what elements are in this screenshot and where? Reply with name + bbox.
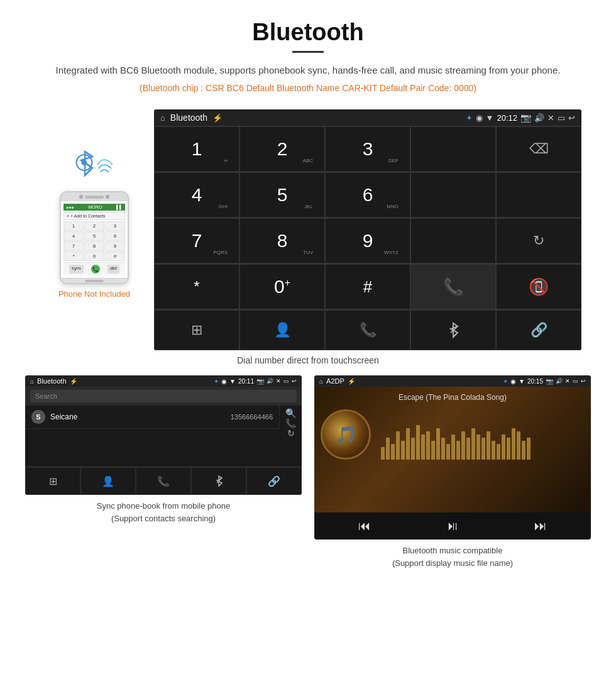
dial-grid-row2: 4 GHI 5 JKL 6 MNO	[154, 172, 581, 218]
dial-key-8[interactable]: 8 TUV	[239, 218, 325, 263]
pb-bottom-link[interactable]: 🔗	[246, 467, 302, 495]
contact-initial: S	[31, 410, 45, 424]
music-status-right: ✦ ◉ ▼ 20:15 📷 🔊 ✕ ▭ ↩	[503, 378, 586, 385]
refresh-side-icon[interactable]: ↻	[287, 428, 295, 438]
pb-bt-icon	[214, 475, 224, 487]
waveform-bar	[497, 444, 500, 460]
phonebook-bt-icon: ✦	[214, 378, 219, 385]
phonebook-back-icon[interactable]: ↩	[292, 378, 297, 384]
phonebook-caption: Sync phone-book from mobile phone (Suppo…	[97, 500, 230, 524]
music-vol-icon[interactable]: 🔊	[556, 378, 563, 384]
dial-key-4[interactable]: 4 GHI	[154, 172, 239, 218]
phone-del-btn[interactable]: del	[107, 265, 119, 274]
music-window-icon[interactable]: ▭	[573, 378, 578, 384]
phone-key-0[interactable]: 0	[84, 252, 104, 261]
dial-grid-row1: 1 ∞ 2 ABC 3 DEF ⌫	[154, 126, 581, 172]
phone-key-3[interactable]: 3	[105, 221, 125, 231]
phonebook-camera-icon[interactable]: 📷	[256, 378, 264, 385]
phonebook-spacer	[25, 429, 302, 467]
pb-bottom-contacts[interactable]: 👤	[80, 467, 136, 495]
phonebook-time: 20:11	[238, 378, 254, 385]
phone-not-included-label: Phone Not Included	[58, 289, 130, 299]
phone-key-5[interactable]: 5	[84, 231, 104, 241]
dial-bottom-keypad-icon[interactable]: ⊞	[154, 310, 239, 350]
waveform-bar	[517, 431, 520, 460]
bt-logo-icon	[72, 148, 97, 179]
window-status-icon[interactable]: ▭	[558, 113, 565, 123]
phone-key-7[interactable]: 7	[63, 241, 84, 251]
phone-key-star[interactable]: *	[63, 252, 84, 261]
dial-key-1[interactable]: 1 ∞	[154, 126, 239, 172]
dial-key-6[interactable]: 6 MNO	[325, 172, 410, 218]
phone-key-1[interactable]: 1	[63, 221, 84, 231]
back-status-icon[interactable]: ↩	[568, 113, 575, 123]
dial-bottom-contacts-icon[interactable]: 👤	[239, 310, 325, 350]
phone-call-button[interactable]: 📞	[91, 265, 100, 274]
pb-bottom-phone[interactable]: 📞	[136, 467, 191, 495]
gps-status-icon: ◉	[476, 113, 483, 123]
dial-key-2[interactable]: 2 ABC	[239, 126, 325, 172]
phonebook-search-input[interactable]: Search	[30, 390, 297, 402]
dial-key-star[interactable]: *	[154, 264, 239, 309]
pb-bottom-bt[interactable]	[191, 467, 246, 495]
phone-key-6[interactable]: 6	[105, 231, 125, 241]
dial-empty-3	[496, 172, 581, 218]
waveform-bar	[446, 444, 450, 460]
waveform-bar	[436, 428, 440, 460]
phone-mock: ●●● MORO ▌▌ + + Add to Contacts 1 2 3 4 …	[60, 191, 129, 284]
music-close-icon[interactable]: ✕	[565, 378, 570, 384]
music-screen: ⌂ A2DP ⚡ ✦ ◉ ▼ 20:15 📷 🔊 ✕ ▭ ↩	[314, 375, 591, 539]
call-side-icon[interactable]: 📞	[285, 418, 296, 428]
music-back-icon[interactable]: ↩	[581, 378, 586, 384]
dial-bottom-bt-icon[interactable]	[410, 310, 496, 350]
music-camera-icon[interactable]: 📷	[546, 378, 553, 385]
phone-bottom-bar: sym 📞 del	[63, 262, 125, 275]
waveform-bar	[456, 441, 460, 460]
dial-bottom-link-icon[interactable]: 🔗	[496, 310, 581, 350]
phone-key-hash[interactable]: #	[105, 252, 125, 261]
music-wrap: ⌂ A2DP ⚡ ✦ ◉ ▼ 20:15 📷 🔊 ✕ ▭ ↩	[314, 375, 591, 569]
phone-sym-btn[interactable]: sym	[69, 265, 84, 274]
phonebook-search-area: Search	[25, 387, 302, 406]
dial-key-hash[interactable]: #	[325, 264, 410, 309]
home-icon[interactable]: ⌂	[160, 113, 165, 123]
phonebook-vol-icon[interactable]: 🔊	[267, 378, 273, 384]
dial-key-5[interactable]: 5 JKL	[239, 172, 325, 218]
dial-delete-key[interactable]: ⌫	[496, 126, 581, 172]
wifi-status-icon: ▼	[486, 113, 494, 123]
camera-status-icon[interactable]: 📷	[520, 113, 531, 123]
music-play-pause-button[interactable]: ⏯	[446, 519, 459, 533]
dial-key-7[interactable]: 7 PQRS	[154, 218, 239, 263]
dial-screen-title: Bluetooth	[170, 113, 207, 123]
music-bt-status-icon: ✦	[503, 378, 508, 385]
waveform-bar	[416, 425, 420, 460]
dial-time: 20:12	[497, 113, 517, 123]
dial-bottom-phone-icon[interactable]: 📞	[325, 310, 410, 350]
dial-key-zero[interactable]: 0+	[239, 264, 325, 309]
phonebook-window-icon[interactable]: ▭	[283, 378, 289, 384]
music-next-button[interactable]: ⏭	[534, 519, 547, 533]
phone-key-8[interactable]: 8	[84, 241, 104, 251]
music-home-icon[interactable]: ⌂	[319, 378, 323, 385]
pb-bottom-keypad[interactable]: ⊞	[25, 467, 80, 495]
dial-refresh-key[interactable]: ↻	[496, 218, 581, 263]
music-prev-button[interactable]: ⏮	[358, 519, 371, 533]
dial-call-button[interactable]: 📞	[410, 264, 496, 309]
phone-key-2[interactable]: 2	[84, 221, 104, 231]
phonebook-close-icon[interactable]: ✕	[276, 378, 281, 384]
search-side-icon[interactable]: 🔍	[285, 408, 296, 418]
contact-row[interactable]: S Seicane 13566664466	[25, 406, 279, 429]
dial-key-3[interactable]: 3 DEF	[325, 126, 410, 172]
waveform-bar	[401, 441, 405, 460]
phonebook-home-icon[interactable]: ⌂	[30, 378, 34, 385]
dial-key-9[interactable]: 9 WXYZ	[325, 218, 410, 263]
dial-hangup-button[interactable]: 📵	[496, 264, 581, 309]
phone-key-4[interactable]: 4	[63, 231, 84, 241]
phone-add-contact-btn[interactable]: + + Add to Contacts	[63, 212, 125, 220]
phonebook-wrap: ⌂ Bluetooth ⚡ ✦ ◉ ▼ 20:11 📷 🔊 ✕ ▭ ↩	[25, 375, 302, 569]
dial-grid-row3: 7 PQRS 8 TUV 9 WXYZ ↻	[154, 218, 581, 263]
close-status-icon[interactable]: ✕	[547, 113, 554, 123]
phonebook-status-bar: ⌂ Bluetooth ⚡ ✦ ◉ ▼ 20:11 📷 🔊 ✕ ▭ ↩	[25, 375, 302, 387]
phone-key-9[interactable]: 9	[105, 241, 125, 251]
volume-status-icon[interactable]: 🔊	[534, 113, 544, 123]
